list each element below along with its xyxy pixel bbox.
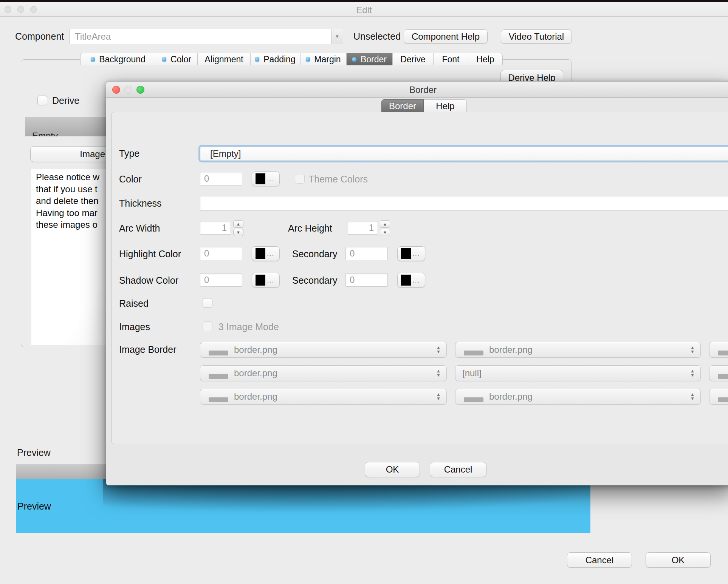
tab-font[interactable]: Font: [434, 53, 468, 65]
tab-padding[interactable]: Padding: [251, 53, 300, 65]
arc-width-field[interactable]: 1: [200, 221, 231, 235]
arc-width-stepper[interactable]: ▲ ▼: [233, 220, 243, 236]
stepper-down-icon[interactable]: ▼: [233, 229, 243, 236]
border-image-thumbnail-icon: [718, 374, 728, 379]
border-dialog-titlebar[interactable]: Border: [106, 82, 728, 98]
three-image-mode-label: 3 Image Mode: [218, 321, 279, 332]
shadow-color-picker-button[interactable]: ...: [252, 273, 280, 287]
highlight-color-field[interactable]: 0: [200, 247, 242, 260]
arc-height-field[interactable]: 1: [348, 221, 378, 235]
zoom-window-icon[interactable]: [136, 86, 144, 94]
tab-derive[interactable]: Derive: [393, 53, 434, 65]
thickness-field[interactable]: [200, 196, 728, 211]
shadow-secondary-field[interactable]: 0: [345, 273, 388, 287]
video-tutorial-button[interactable]: Video Tutorial: [501, 29, 572, 44]
derive-checkbox-label: Derive: [52, 95, 79, 106]
preview-section-label: Preview: [17, 447, 51, 458]
dialog-tab-help[interactable]: Help: [424, 99, 467, 112]
thickness-label: Thickness: [119, 198, 162, 209]
dialog-shadow-overlay: [103, 479, 590, 533]
color-value-field[interactable]: 0: [200, 172, 242, 185]
dialog-title: Border: [393, 85, 453, 95]
shadow-secondary-picker-button[interactable]: ...: [397, 273, 425, 287]
type-label: Type: [119, 148, 139, 159]
derive-checkbox[interactable]: [37, 96, 47, 105]
combo-stepper-icon: ▲▼: [436, 346, 441, 354]
combo-stepper-icon: ▲▼: [690, 392, 695, 401]
selection-status: Unselected: [353, 31, 401, 42]
combo-stepper-icon: ▲▼: [436, 369, 441, 377]
three-image-mode-checkbox[interactable]: [203, 321, 212, 331]
combo-stepper-icon: ▲▼: [436, 392, 441, 401]
ellipsis-icon: ...: [267, 249, 274, 258]
preview-component-text: Preview: [17, 501, 51, 512]
combo-stepper-icon: ▲▼: [690, 369, 695, 377]
color-swatch-icon: [256, 173, 265, 184]
highlight-color-label: Highlight Color: [119, 249, 181, 260]
chevron-down-icon[interactable]: ▼: [331, 29, 343, 44]
color-swatch-icon: [401, 275, 411, 286]
color-label: Color: [119, 174, 142, 185]
border-image-thumbnail-icon: [209, 397, 228, 402]
component-label: Component: [15, 31, 64, 42]
modified-dot-icon: [352, 57, 356, 62]
border-image-thumbnail-icon: [209, 374, 228, 379]
tab-background[interactable]: Background: [81, 53, 156, 65]
images-label: Images: [119, 321, 150, 332]
tab-alignment[interactable]: Alignment: [198, 53, 251, 65]
modified-dot-icon: [306, 57, 310, 62]
raised-checkbox[interactable]: [203, 298, 212, 308]
edit-ok-button[interactable]: OK: [646, 552, 711, 568]
theme-colors-checkbox[interactable]: [295, 174, 305, 184]
highlight-color-picker-button[interactable]: ...: [252, 246, 280, 261]
image-border-combo-r3c1[interactable]: border.png ▲▼: [200, 389, 447, 405]
border-image-thumbnail-icon: [718, 351, 728, 355]
shadow-color-field[interactable]: 0: [200, 273, 242, 287]
border-image-thumbnail-icon: [464, 397, 483, 402]
raised-label: Raised: [119, 298, 149, 309]
window-title: Edit: [0, 5, 728, 15]
color-picker-button[interactable]: ...: [252, 171, 280, 186]
color-swatch-icon: [256, 275, 265, 286]
shadow-secondary-label: Secondary: [292, 275, 338, 286]
shadow-color-label: Shadow Color: [119, 275, 178, 286]
edit-cancel-button[interactable]: Cancel: [567, 552, 632, 568]
stepper-up-icon[interactable]: ▲: [233, 220, 243, 228]
tab-color[interactable]: Color: [156, 53, 198, 65]
minimize-window-icon[interactable]: [124, 86, 132, 94]
image-border-combo-r2c1[interactable]: border.png ▲▼: [200, 365, 447, 381]
dialog-ok-button[interactable]: OK: [365, 462, 420, 477]
ellipsis-icon: ...: [267, 276, 274, 284]
highlight-secondary-picker-button[interactable]: ...: [397, 246, 425, 261]
image-border-combo-r1c2[interactable]: border.png ▲▼: [455, 342, 701, 358]
close-window-icon[interactable]: [112, 86, 120, 94]
border-dialog: Border Border Help Type [Empty] Color 0 …: [106, 81, 728, 485]
image-border-combo-r2c3[interactable]: [709, 365, 728, 381]
image-border-combo-r2c2[interactable]: [null] ▲▼: [455, 365, 701, 381]
type-combobox[interactable]: [Empty]: [200, 146, 728, 161]
color-swatch-icon: [401, 248, 411, 259]
stepper-up-icon[interactable]: ▲: [380, 220, 390, 228]
modified-dot-icon: [255, 57, 259, 62]
ellipsis-icon: ...: [412, 276, 420, 284]
style-tab-bar: Background Color Alignment Padding Margi…: [80, 53, 503, 65]
image-border-combo-r1c3[interactable]: [709, 342, 728, 358]
modified-dot-icon: [162, 57, 166, 62]
image-border-combo-r3c3[interactable]: [709, 389, 728, 405]
arc-height-label: Arc Height: [288, 223, 332, 234]
stepper-down-icon[interactable]: ▼: [380, 229, 390, 236]
component-combobox[interactable]: TitleArea: [69, 29, 331, 44]
border-form-panel: Type [Empty] Color 0 ... Theme Colors Th…: [111, 112, 728, 444]
ellipsis-icon: ...: [412, 249, 420, 258]
dialog-tab-border[interactable]: Border: [381, 99, 424, 112]
component-help-button[interactable]: Component Help: [404, 29, 488, 44]
tab-margin[interactable]: Margin: [300, 53, 347, 65]
dialog-cancel-button[interactable]: Cancel: [430, 462, 486, 477]
tab-help[interactable]: Help: [468, 53, 502, 65]
arc-height-stepper[interactable]: ▲ ▼: [380, 220, 390, 236]
image-border-combo-r3c2[interactable]: border.png ▲▼: [455, 389, 701, 405]
tab-border[interactable]: Border: [347, 53, 393, 65]
arc-width-label: Arc Width: [119, 223, 160, 234]
highlight-secondary-field[interactable]: 0: [345, 247, 388, 260]
image-border-combo-r1c1[interactable]: border.png ▲▼: [200, 342, 447, 358]
